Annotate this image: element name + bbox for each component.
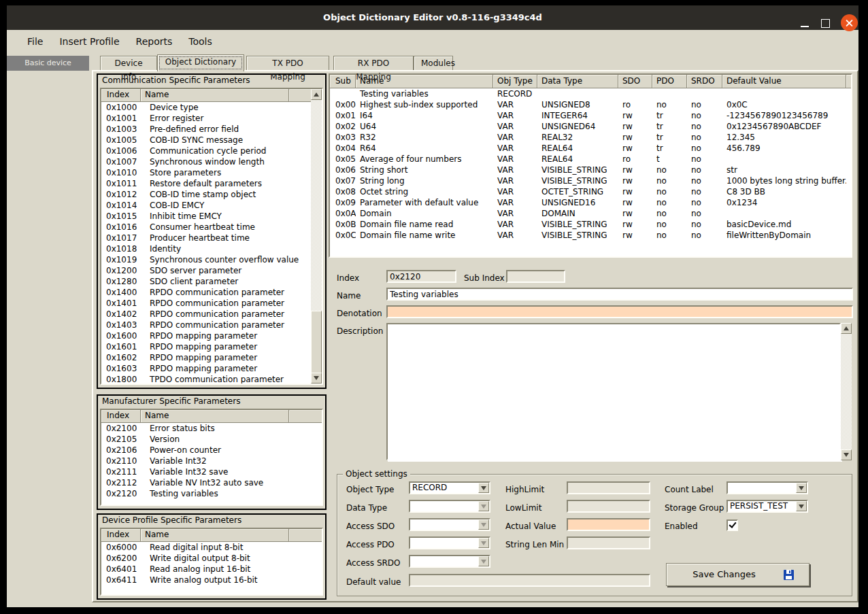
column-header-sdo[interactable]: SDO	[618, 75, 652, 88]
table-row[interactable]: 0x1019Synchronous counter overflow value	[101, 254, 311, 265]
table-row[interactable]: 0x6200Write digital output 8-bit	[101, 553, 322, 564]
menu-insert-profile[interactable]: Insert Profile	[51, 33, 127, 50]
table-row[interactable]: 0x1007Synchronous window length	[101, 156, 311, 167]
table-row[interactable]: 0x1603RPDO mapping parameter	[101, 363, 311, 374]
table-row[interactable]: 0x2120Testing variables	[101, 488, 322, 499]
column-header-sub[interactable]: Sub	[330, 75, 356, 88]
table-row[interactable]: 0x6401Read analog input 16-bit	[101, 564, 322, 575]
table-row[interactable]: 0x1001Error register	[101, 113, 311, 124]
chevron-down-icon[interactable]	[478, 519, 489, 530]
table-row[interactable]: 0x1005COB-ID SYNC message	[101, 135, 311, 146]
access-sdo-combobox[interactable]	[409, 518, 490, 531]
column-header-srdo[interactable]: SRDO	[687, 75, 722, 88]
column-header-index[interactable]: Index	[101, 529, 141, 541]
tab-modules[interactable]: Modules	[414, 56, 453, 70]
table-row[interactable]: 0x00Highest sub-index supportedVARUNSIGN…	[330, 99, 851, 110]
table-row[interactable]: 0x1280SDO client parameter	[101, 276, 311, 287]
index-field[interactable]	[386, 270, 456, 283]
storage-group-combobox[interactable]: PERSIST_TEST	[727, 500, 808, 513]
chevron-down-icon[interactable]	[796, 483, 807, 493]
scrollbar-trough[interactable]	[841, 334, 852, 449]
scroll-up-icon[interactable]	[311, 89, 322, 100]
table-row[interactable]: 0x1014COB-ID EMCY	[101, 200, 311, 211]
table-row[interactable]: 0x1012COB-ID time stamp object	[101, 189, 311, 200]
table-row[interactable]: Testing variablesRECORD	[330, 88, 851, 99]
table-row[interactable]: 0x6000Read digital input 8-bit	[101, 542, 322, 553]
table-row[interactable]: 0x09Parameter with default valueVARUNSIG…	[330, 197, 851, 208]
table-row[interactable]: 0x1015Inhibit time EMCY	[101, 211, 311, 222]
name-field[interactable]	[386, 288, 853, 301]
menu-file[interactable]: File	[19, 33, 51, 50]
menu-reports[interactable]: Reports	[128, 33, 181, 50]
table-row[interactable]: 0x2106Power-on counter	[101, 445, 322, 456]
table-row[interactable]: 0x1601RPDO mapping parameter	[101, 341, 311, 352]
column-header-index[interactable]: Index	[101, 89, 141, 101]
table-row[interactable]: 0x1000Device type	[101, 102, 311, 113]
string-len-min-field[interactable]	[567, 536, 650, 549]
table-row[interactable]: 0x01I64VARINTEGER64rwtrno-12345678901234…	[330, 110, 851, 121]
scrollbar-thumb[interactable]	[311, 311, 322, 375]
table-row[interactable]: 0x1011Restore default parameters	[101, 178, 311, 189]
table-row[interactable]: 0x0CDomain file name writeVARVISIBLE_STR…	[330, 230, 851, 241]
count-label-combobox[interactable]	[727, 481, 808, 494]
table-row[interactable]: 0x1602RPDO mapping parameter	[101, 352, 311, 363]
column-header-index[interactable]: Index	[101, 410, 141, 422]
column-header-name[interactable]: Name	[141, 410, 289, 422]
scroll-down-icon[interactable]	[841, 449, 852, 460]
table-row[interactable]: 0x1401RPDO communication parameter	[101, 298, 311, 309]
column-header-default-value[interactable]: Default Value	[722, 75, 846, 88]
actual-value-field[interactable]	[567, 518, 650, 531]
scroll-down-icon[interactable]	[311, 373, 322, 383]
column-header-pdo[interactable]: PDO	[652, 75, 687, 88]
table-row[interactable]: 0x1800TPDO communication parameter	[101, 374, 311, 383]
table-row[interactable]: 0x1003Pre-defined error field	[101, 124, 311, 135]
table-row[interactable]: 0x06String shortVARVISIBLE_STRINGrwnonos…	[330, 165, 851, 175]
object-type-combobox[interactable]: RECORD	[409, 481, 490, 494]
tab-rx-pdo-mapping[interactable]: RX PDO Mapping	[333, 56, 414, 70]
column-header-obj-type[interactable]: Obj Type	[493, 75, 537, 88]
sub-index-field[interactable]	[506, 270, 565, 283]
tab-device-info[interactable]: Device Info	[100, 56, 157, 70]
column-header-data-type[interactable]: Data Type	[537, 75, 618, 88]
data-type-combobox[interactable]	[409, 500, 490, 513]
tab-object-dictionary[interactable]: Object Dictionary	[157, 54, 244, 71]
table-row[interactable]: 0x05Average of four numbersVARREAL64rotn…	[330, 154, 851, 165]
table-row[interactable]: 0x1600RPDO mapping parameter	[101, 330, 311, 341]
low-limit-field[interactable]	[567, 500, 650, 513]
column-header-name[interactable]: Name	[141, 529, 289, 541]
denotation-field[interactable]	[386, 305, 853, 318]
table-row[interactable]: 0x2100Error status bits	[101, 423, 322, 434]
description-scrollbar[interactable]	[841, 323, 852, 460]
table-row[interactable]: 0x2110Variable Int32	[101, 456, 322, 466]
table-row[interactable]: 0x07String longVARVISIBLE_STRINGrwnono10…	[330, 175, 851, 186]
table-row[interactable]: 0x1402RPDO communication parameter	[101, 309, 311, 320]
high-limit-field[interactable]	[567, 481, 650, 494]
table-row[interactable]: 0x1018Identity	[101, 243, 311, 254]
save-changes-button[interactable]: Save Changes	[666, 563, 809, 586]
scroll-up-icon[interactable]	[841, 323, 852, 334]
description-field[interactable]	[388, 324, 842, 462]
table-row[interactable]: 0x04R64VARREAL64rwtrno456.789	[330, 143, 851, 154]
default-value-field[interactable]	[409, 574, 650, 587]
chevron-down-icon[interactable]	[478, 483, 489, 493]
minimize-icon[interactable]	[801, 26, 809, 27]
table-row[interactable]: 0x2111Variable Int32 save	[101, 466, 322, 477]
close-icon[interactable]	[841, 14, 858, 31]
menu-tools[interactable]: Tools	[180, 33, 220, 50]
table-row[interactable]: 0x02U64VARUNSIGNED64rwtrno0x1234567890AB…	[330, 121, 851, 132]
table-row[interactable]: 0x1400RPDO communication parameter	[101, 287, 311, 298]
sidebar-item-basic-device[interactable]: Basic device	[7, 56, 89, 71]
chevron-down-icon[interactable]	[478, 538, 489, 548]
table-row[interactable]: 0x2112Variable NV Int32 auto save	[101, 477, 322, 488]
table-row[interactable]: 0x08Octet stringVAROCTET_STRINGrwnonoC8 …	[330, 186, 851, 197]
chevron-down-icon[interactable]	[478, 501, 489, 511]
enabled-checkbox[interactable]	[727, 519, 738, 531]
communication-scrollbar[interactable]	[311, 89, 322, 383]
access-srdo-combobox[interactable]	[409, 555, 490, 568]
maximize-icon[interactable]	[821, 19, 830, 28]
table-row[interactable]: 0x2105Version	[101, 434, 322, 445]
table-row[interactable]: 0x1403RPDO communication parameter	[101, 320, 311, 330]
table-row[interactable]: 0x1200SDO server parameter	[101, 265, 311, 276]
access-pdo-combobox[interactable]	[409, 536, 490, 549]
table-row[interactable]: 0x6411Write analog output 16-bit	[101, 575, 322, 585]
